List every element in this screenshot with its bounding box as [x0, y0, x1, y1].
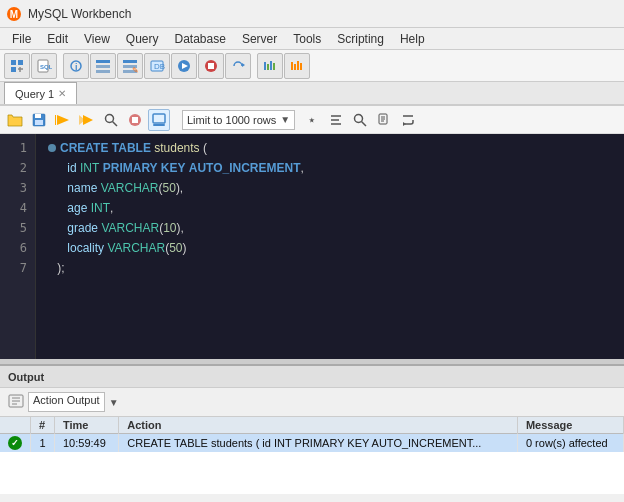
row-num: 1 [31, 434, 55, 453]
find-button[interactable] [100, 109, 122, 131]
limit-dropdown-arrow[interactable]: ▼ [280, 114, 290, 125]
title-bar: M MySQL Workbench [0, 0, 624, 28]
output-type-selector[interactable]: Action Output [28, 392, 105, 412]
line-numbers: 1 2 3 4 5 6 7 [0, 134, 36, 359]
svg-rect-26 [267, 64, 269, 70]
tab-bar: Query 1 ✕ [0, 82, 624, 106]
output-header: Output [0, 366, 624, 388]
main-toolbar: SQL i ✎ DB [0, 50, 624, 82]
bookmark-button[interactable]: ⭑ [301, 109, 323, 131]
code-area[interactable]: CREATE TABLE students ( id INT PRIMARY K… [36, 134, 624, 359]
toolbar-table-list[interactable] [90, 53, 116, 79]
svg-rect-23 [208, 63, 214, 69]
toolbar-schema-edit[interactable]: DB [144, 53, 170, 79]
code-line-4: age INT , [44, 198, 624, 218]
svg-text:M: M [10, 9, 18, 20]
search2-button[interactable] [349, 109, 371, 131]
code-line-5: grade VARCHAR ( 10 ), [44, 218, 624, 238]
svg-rect-11 [96, 60, 110, 63]
svg-rect-29 [291, 62, 293, 70]
code-line-1: CREATE TABLE students ( [44, 138, 624, 158]
output-icon [8, 394, 24, 411]
menu-view[interactable]: View [76, 30, 118, 48]
svg-rect-25 [264, 62, 266, 70]
row-message: 0 row(s) affected [517, 434, 623, 453]
table-header-row: # Time Action Message [0, 417, 624, 434]
main-container: Query 1 ✕ Limit to 1000 rows ▼ [0, 82, 624, 502]
toolbar-reconnect[interactable] [225, 53, 251, 79]
row-status-icon: ✓ [0, 434, 31, 453]
query-toolbar: Limit to 1000 rows ▼ ⭑ [0, 106, 624, 134]
toolbar-management[interactable] [284, 53, 310, 79]
svg-point-49 [355, 114, 363, 122]
wrap-lines-button[interactable] [397, 109, 419, 131]
tab-query1-close[interactable]: ✕ [58, 88, 66, 99]
svg-rect-44 [153, 114, 165, 123]
context-help-button[interactable] [373, 109, 395, 131]
save-file-button[interactable] [28, 109, 50, 131]
toolbar-open-sql[interactable]: SQL [31, 53, 57, 79]
svg-rect-4 [11, 67, 16, 72]
toolbar-exec[interactable] [171, 53, 197, 79]
col-header-num: # [31, 417, 55, 434]
svg-line-41 [113, 121, 118, 126]
output-section: Output Action Output ▼ # Time Action Mes… [0, 364, 624, 494]
execute-all-button[interactable] [52, 109, 74, 131]
prettify-button[interactable] [325, 109, 347, 131]
code-line-2: id INT PRIMARY KEY AUTO_INCREMENT , [44, 158, 624, 178]
svg-rect-27 [270, 61, 272, 70]
open-file-button[interactable] [4, 109, 26, 131]
toolbar-new-connection[interactable] [4, 53, 30, 79]
col-header-message: Message [517, 417, 623, 434]
svg-rect-30 [294, 64, 296, 70]
col-header-status [0, 417, 31, 434]
output-controls: Action Output ▼ [0, 388, 624, 417]
menu-scripting[interactable]: Scripting [329, 30, 392, 48]
svg-marker-24 [242, 63, 245, 67]
menu-server[interactable]: Server [234, 30, 285, 48]
output-selector-arrow[interactable]: ▼ [109, 397, 119, 408]
output-header-label: Output [8, 371, 44, 383]
menu-bar: File Edit View Query Database Server Too… [0, 28, 624, 50]
code-line-6: locality VARCHAR ( 50 ) [44, 238, 624, 258]
tab-query1[interactable]: Query 1 ✕ [4, 82, 77, 104]
menu-file[interactable]: File [4, 30, 39, 48]
svg-rect-35 [35, 120, 43, 125]
limit-selector[interactable]: Limit to 1000 rows ▼ [182, 110, 295, 130]
tab-query1-label: Query 1 [15, 88, 54, 100]
code-line-7: ); [44, 258, 624, 278]
svg-rect-14 [123, 60, 137, 63]
breakpoint-marker-1[interactable] [48, 144, 56, 152]
col-header-action: Action [119, 417, 518, 434]
toolbar-performance[interactable] [257, 53, 283, 79]
toolbar-stop[interactable] [198, 53, 224, 79]
menu-tools[interactable]: Tools [285, 30, 329, 48]
svg-point-40 [106, 114, 114, 122]
toolbar-table-edit[interactable]: ✎ [117, 53, 143, 79]
svg-rect-2 [11, 60, 16, 65]
limit-label: Limit to 1000 rows [187, 114, 276, 126]
app-title: MySQL Workbench [28, 7, 131, 21]
svg-text:SQL: SQL [40, 64, 52, 70]
svg-marker-36 [57, 115, 69, 125]
kw-create: CREATE [60, 138, 108, 158]
svg-marker-56 [403, 122, 406, 126]
table-row[interactable]: ✓ 1 10:59:49 CREATE TABLE students ( id … [0, 434, 624, 453]
execute-current-button[interactable] [76, 109, 98, 131]
table-name: students [154, 138, 199, 158]
row-action: CREATE TABLE students ( id INT PRIMARY K… [119, 434, 518, 453]
output-table: # Time Action Message ✓ 1 10:59:49 CREAT… [0, 417, 624, 452]
toolbar-inspector[interactable]: i [63, 53, 89, 79]
menu-database[interactable]: Database [167, 30, 234, 48]
svg-rect-12 [96, 65, 110, 68]
stop-execute-button[interactable] [124, 109, 146, 131]
svg-rect-28 [273, 63, 275, 70]
toggle-output-button[interactable] [148, 109, 170, 131]
menu-query[interactable]: Query [118, 30, 167, 48]
menu-help[interactable]: Help [392, 30, 433, 48]
menu-edit[interactable]: Edit [39, 30, 76, 48]
sql-editor[interactable]: 1 2 3 4 5 6 7 CREATE TABLE students ( [0, 134, 624, 359]
app-icon: M [6, 6, 22, 22]
results-table: # Time Action Message ✓ 1 10:59:49 CREAT… [0, 417, 624, 494]
row-time: 10:59:49 [55, 434, 119, 453]
